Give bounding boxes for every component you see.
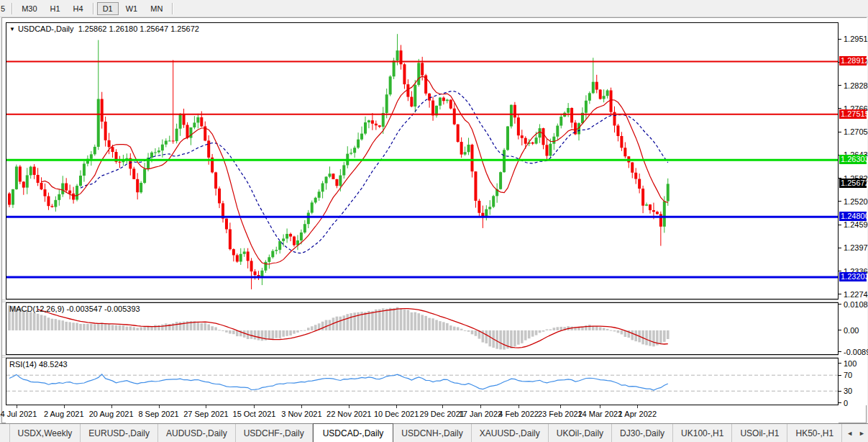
candlestick-chart[interactable] (6, 23, 838, 299)
date-tick-mark (442, 405, 443, 408)
macd-tick-label: -0.00897 (844, 348, 868, 356)
rsi-tick-mark (839, 391, 841, 392)
price-level-badge: 1.25672 (839, 179, 867, 188)
date-tick-label: 29 Dec 2021 (420, 410, 465, 418)
price-level-badge: 1.23203 (839, 272, 867, 281)
date-tick-mark (349, 405, 350, 408)
tab-usdx-weekly[interactable]: USDX,Weekly (10, 424, 81, 442)
price-tick-label: 1.23975 (844, 243, 868, 252)
price-tick-label: 1.28280 (844, 81, 868, 90)
date-tick-label: 20 Aug 2021 (89, 410, 134, 418)
timeframe-toolbar: 5M30H1H4D1W1MN (0, 0, 868, 17)
rsi-tick-label: 100 (844, 359, 856, 368)
rsi-chart[interactable] (6, 358, 838, 405)
date-tick-label: 14 Jul 2021 (0, 410, 37, 418)
date-tick-label: 8 Sep 2021 (138, 410, 178, 418)
tab-usdchf-daily[interactable]: USDCHF-,Daily (236, 424, 313, 442)
price-tick-mark (839, 248, 841, 248)
date-tick-mark (111, 405, 112, 408)
price-level-badge: 1.24800 (839, 212, 867, 221)
date-tick-mark (254, 405, 255, 408)
rsi-pane[interactable]: RSI(14) 48.5243 (6, 358, 839, 405)
toolbar-separator (172, 3, 173, 14)
timeframe-w1[interactable]: W1 (120, 2, 144, 15)
tab-scroll-right-icon[interactable]: ► (856, 430, 868, 437)
tab-ukoil-daily[interactable]: UKOil-,Daily (549, 424, 612, 442)
price-tick-mark (839, 201, 841, 202)
date-tick-mark (637, 405, 638, 408)
date-tick-mark (17, 405, 17, 408)
date-tick-mark (64, 405, 65, 408)
tab-eurusd-daily[interactable]: EURUSD-,Daily (81, 424, 158, 442)
mt4-terminal: { "toolbar":{ "partial_left_label":"5", … (0, 0, 868, 442)
price-tick-label: 1.29510 (844, 35, 868, 43)
date-tick-label: 2 Aug 2021 (44, 410, 84, 418)
rsi-tick-label: 0 (844, 399, 848, 407)
date-tick-mark (480, 405, 481, 408)
timeframe-mn[interactable]: MN (145, 2, 168, 15)
date-tick-label: 10 Dec 2021 (374, 410, 419, 418)
price-level-badge: 1.27515 (839, 109, 867, 119)
tab-usoil-h1[interactable]: USOil-,H1 (732, 424, 787, 442)
rsi-tick-mark (839, 402, 841, 403)
price-tick-label: 1.24590 (844, 220, 868, 229)
toolbar-separator (12, 3, 12, 14)
date-tick-label: 4 Feb 2022 (498, 410, 539, 418)
tab-hk50-h1[interactable]: HK50-,H1 (787, 424, 842, 442)
date-axis[interactable]: 14 Jul 20212 Aug 202120 Aug 20218 Sep 20… (6, 405, 839, 424)
rsi-tick-mark (839, 375, 841, 376)
price-tick-mark (839, 225, 841, 225)
price-tick-label: 1.27050 (844, 127, 868, 136)
tab-uk100-h1[interactable]: UK100-,H1 (673, 424, 732, 442)
timeframe-5[interactable]: 5 (0, 2, 8, 15)
date-tick-label: 1 Apr 2022 (618, 410, 657, 418)
tabbar-left-edge (0, 424, 10, 442)
toolbar-separator (93, 3, 93, 14)
timeframe-h4[interactable]: H4 (68, 2, 89, 15)
date-tick-label: 3 Nov 2021 (281, 410, 321, 418)
price-level-badge: 1.26303 (839, 155, 867, 164)
date-tick-mark (301, 405, 302, 408)
tab-usdcnh-daily[interactable]: USDCNH-,Daily (393, 424, 471, 442)
date-tick-mark (159, 405, 160, 408)
tab-dj30-daily[interactable]: DJ30-,Daily (612, 424, 673, 442)
tab-scroll-left-icon[interactable]: ◄ (844, 430, 856, 437)
rsi-tick-label: 70 (844, 371, 852, 379)
date-tick-label: 23 Feb 2022 (538, 410, 583, 418)
macd-tick-mark (839, 304, 841, 305)
date-tick-mark (396, 405, 397, 408)
chart-window: ▼USDCAD-,Daily 1.25862 1.26180 1.25647 1… (1, 17, 867, 423)
macd-tick-mark (839, 330, 841, 330)
price-tick-label: 1.22745 (844, 290, 868, 299)
date-tick-mark (560, 405, 561, 408)
date-tick-label: 22 Nov 2021 (326, 410, 371, 418)
timeframe-h1[interactable]: H1 (45, 2, 66, 15)
rsi-tick-label: 30 (844, 387, 852, 395)
price-tick-mark (839, 39, 841, 40)
tab-audusd-daily[interactable]: AUDUSD-,Daily (158, 424, 236, 442)
price-tick-mark (839, 294, 841, 294)
tab-xauusd-daily[interactable]: XAUUSD-,Daily (472, 424, 549, 442)
timeframe-m30[interactable]: M30 (16, 2, 42, 15)
macd-tick-mark (839, 351, 841, 352)
date-tick-label: 17 Jan 2022 (459, 410, 503, 418)
price-tick-mark (839, 85, 841, 86)
timeframe-d1[interactable]: D1 (97, 2, 119, 15)
tab-scroll-arrows: ◄► (844, 424, 868, 442)
price-axis[interactable]: 1.295101.288951.282801.276651.270501.264… (839, 18, 867, 405)
symbol-tabbar: USDX,WeeklyEURUSD-,DailyAUDUSD-,DailyUSD… (0, 423, 868, 442)
date-tick-mark (206, 405, 206, 408)
date-tick-label: 27 Sep 2021 (183, 410, 228, 418)
price-pane[interactable]: ▼USDCAD-,Daily 1.25862 1.26180 1.25647 1… (6, 22, 839, 299)
date-tick-label: 14 Mar 2022 (577, 410, 622, 418)
price-tick-mark (839, 132, 841, 132)
price-tick-label: 1.25205 (844, 197, 868, 206)
tab-usdcad-daily[interactable]: USDCAD-,Daily (313, 423, 394, 442)
date-tick-mark (600, 405, 600, 408)
date-tick-mark (518, 405, 519, 408)
macd-chart[interactable] (6, 303, 838, 354)
macd-tick-label: 0.010869 (844, 300, 868, 309)
rsi-tick-mark (839, 363, 841, 364)
macd-pane[interactable]: MACD(12,26,9) -0.003547 -0.005393 (6, 302, 839, 355)
macd-tick-label: 0.00 (844, 326, 859, 335)
